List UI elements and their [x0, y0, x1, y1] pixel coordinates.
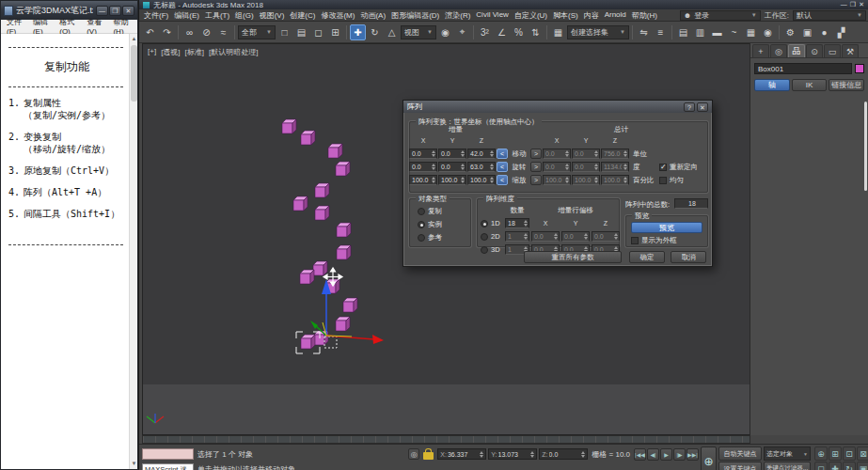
spinner-arrows[interactable]: [459, 175, 466, 185]
display-as-box-checkbox[interactable]: [631, 237, 639, 244]
spinner-arrows[interactable]: [579, 449, 586, 460]
playback-button-1[interactable]: ◀|: [647, 448, 659, 461]
increment-field[interactable]: 100.0: [467, 175, 496, 185]
max-menu-item-10[interactable]: Civil View: [473, 10, 512, 21]
scene-cube[interactable]: [301, 335, 315, 349]
tab-motion[interactable]: ⊙: [806, 44, 823, 57]
totals-arrow-button[interactable]: >: [530, 175, 542, 185]
redo-icon[interactable]: ↷: [159, 24, 175, 40]
increment-field[interactable]: 0.0: [438, 149, 466, 159]
max-titlebar[interactable]: 无标题 - Autodesk 3ds Max 2018 — ❐ ✕: [139, 0, 868, 9]
macro-recorder-field[interactable]: [142, 448, 194, 460]
spinner-arrows[interactable]: [459, 149, 466, 159]
scene-cube[interactable]: [315, 206, 329, 220]
reset-all-button[interactable]: 重置所有参数: [524, 251, 622, 263]
notepad-scrollbar[interactable]: ▲ ▼: [129, 34, 137, 469]
key-filters-button[interactable]: 关键点过滤器...: [764, 462, 811, 470]
spinner-arrows[interactable]: [488, 149, 495, 159]
edit-named-sets-icon[interactable]: ▦: [550, 24, 566, 40]
max-menu-item-7[interactable]: 动画(A): [357, 10, 388, 21]
cancel-button[interactable]: 取消: [671, 251, 706, 263]
dimension-count-field[interactable]: 18: [505, 218, 529, 228]
scene-cube[interactable]: [301, 131, 315, 145]
spinner-arrows[interactable]: [430, 149, 436, 159]
increment-field[interactable]: 0.0: [409, 162, 437, 172]
material-editor-icon[interactable]: ◉: [760, 24, 776, 40]
key-selection-dropdown[interactable]: 选定对象 ▼: [764, 446, 811, 461]
select-and-rotate-icon[interactable]: ↻: [367, 24, 383, 40]
max-minimize-button[interactable]: —: [841, 1, 847, 8]
scene-cube[interactable]: [300, 270, 314, 284]
playback-button-0[interactable]: |◀◀: [634, 448, 646, 461]
playback-button-3[interactable]: |▶: [673, 448, 686, 461]
object-color-swatch[interactable]: [855, 64, 864, 73]
zoom-icon[interactable]: ⊕: [814, 446, 828, 461]
coordinate-field[interactable]: Z:0.0: [539, 448, 588, 460]
tab-modify[interactable]: ◎: [770, 44, 787, 57]
zoom-all-icon[interactable]: ⊞: [829, 446, 842, 461]
auto-key-button[interactable]: 自动关键点: [718, 446, 762, 461]
max-menu-item-5[interactable]: 创建(C): [287, 10, 318, 21]
spinner-arrows[interactable]: [488, 175, 495, 185]
tab-utilities[interactable]: ⚒: [842, 44, 859, 57]
radio-icon[interactable]: [481, 233, 488, 241]
scene-explorer-icon[interactable]: ▤: [675, 24, 691, 40]
render-setup-icon[interactable]: ⚙: [782, 24, 798, 40]
array-dialog-titlebar[interactable]: 阵列 ? ✕: [403, 101, 712, 113]
max-menu-item-9[interactable]: 渲染(R): [442, 10, 473, 21]
rect-selection-region-icon[interactable]: ◻: [310, 24, 326, 40]
max-menu-item-8[interactable]: 图形编辑器(D): [388, 10, 442, 21]
playback-button-2[interactable]: ▶: [660, 448, 672, 461]
tab-hierarchy[interactable]: 品: [788, 44, 805, 57]
increment-arrow-button[interactable]: <: [497, 162, 508, 172]
scene-cube[interactable]: [336, 317, 350, 331]
scene-cube[interactable]: [337, 245, 351, 259]
bind-spacewarp-icon[interactable]: ≈: [215, 24, 231, 40]
selection-filter-dropdown[interactable]: 全部▼: [238, 25, 276, 39]
snap-toggle-3d-icon[interactable]: 3²: [477, 24, 493, 40]
use-pivot-center-icon[interactable]: ◉: [437, 24, 453, 40]
select-object-icon[interactable]: □: [276, 24, 292, 40]
select-and-link-icon[interactable]: ∞: [181, 24, 197, 40]
notepad-maximize-button[interactable]: ❐: [109, 6, 121, 16]
scene-cube[interactable]: [313, 261, 327, 275]
ref-coord-dropdown[interactable]: 视图▼: [401, 25, 436, 39]
dope-sheet-icon[interactable]: ▦: [743, 24, 759, 40]
increment-field[interactable]: 0.0: [438, 162, 466, 172]
max-close-button[interactable]: ✕: [859, 1, 864, 8]
select-by-name-icon[interactable]: ▤: [293, 24, 309, 40]
track-bar[interactable]: [142, 435, 750, 444]
zoom-extents-all-icon[interactable]: ⊠: [857, 446, 868, 461]
increment-field[interactable]: 100.0: [409, 175, 437, 185]
radio-icon[interactable]: [481, 220, 488, 227]
max-menu-item-0[interactable]: 文件(F): [141, 10, 171, 21]
select-and-scale-icon[interactable]: △: [384, 24, 400, 40]
spinner-arrows[interactable]: [488, 162, 495, 172]
named-sets-dropdown[interactable]: 创建选择集▼: [567, 25, 629, 39]
scroll-down-icon[interactable]: ▼: [131, 460, 137, 468]
select-and-move-icon[interactable]: ✚: [350, 24, 366, 40]
hierarchy-button-2[interactable]: 链接信息: [829, 79, 864, 91]
render-flyout-icon[interactable]: ▞: [833, 24, 849, 40]
undo-icon[interactable]: ↶: [142, 24, 158, 40]
increment-field[interactable]: 0.0: [409, 149, 437, 159]
max-menu-item-3[interactable]: 组(G): [232, 10, 257, 21]
mirror-icon[interactable]: ⇋: [636, 24, 652, 40]
max-menu-item-15[interactable]: 帮助(H): [629, 10, 660, 21]
playback-button-4[interactable]: ▶▶|: [687, 448, 699, 461]
object-type-option[interactable]: 复制: [418, 207, 442, 216]
max-menu-item-12[interactable]: 脚本(S): [550, 10, 581, 21]
dialog-close-button[interactable]: ✕: [697, 102, 708, 112]
tab-display[interactable]: ▭: [824, 44, 841, 57]
scene-cube[interactable]: [336, 162, 350, 176]
maxscript-mini-listener[interactable]: MAXScript 迷: [142, 463, 194, 470]
max-maximize-button[interactable]: ❐: [850, 1, 856, 8]
select-and-manipulate-icon[interactable]: ⌖: [454, 24, 470, 40]
radio-icon[interactable]: [418, 221, 425, 228]
dialog-help-button[interactable]: ?: [684, 102, 695, 112]
max-menu-item-4[interactable]: 视图(V): [257, 10, 288, 21]
max-menu-item-13[interactable]: 内容: [581, 10, 602, 21]
window-crossing-icon[interactable]: ⊞: [327, 24, 343, 40]
increment-arrow-button[interactable]: <: [497, 175, 508, 185]
coordinate-field[interactable]: X:36.337: [437, 448, 486, 460]
